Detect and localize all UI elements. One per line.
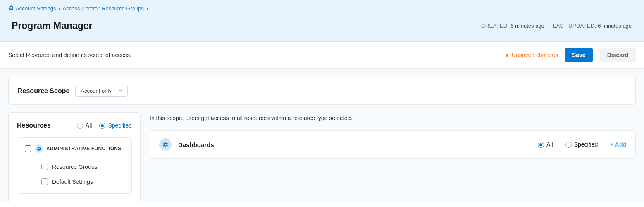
radio-label: Specified <box>574 141 598 148</box>
page-title: Program Manager <box>12 20 93 31</box>
unsaved-label: Unsaved changes <box>512 52 558 58</box>
tree-item-default-settings[interactable]: Default Settings <box>25 174 124 189</box>
meta-created-value: 6 minutes ago <box>510 23 544 29</box>
unsaved-changes-indicator: Unsaved changes <box>506 52 558 58</box>
breadcrumb: Account Settings › Access Control: Resou… <box>8 5 636 12</box>
resources-header: Resources All Specified <box>17 122 132 129</box>
meta-updated-label: LAST UPDATED: <box>553 23 598 29</box>
chevron-down-icon <box>118 88 122 94</box>
tree-group-label: ADMINISTRATIVE FUNCTIONS <box>46 146 122 152</box>
breadcrumb-link-account-settings[interactable]: Account Settings <box>8 5 56 12</box>
resources-filter-radio-group: All Specified <box>77 122 132 129</box>
resource-scope-title: Resource Scope <box>18 87 69 95</box>
radio-icon <box>538 142 544 148</box>
title-row: Program Manager CREATED: 6 minutes ago L… <box>8 20 636 31</box>
radio-icon <box>565 142 572 148</box>
meta-info: CREATED: 6 minutes ago LAST UPDATED: 6 m… <box>477 23 636 29</box>
radio-label: All <box>86 122 92 129</box>
meta-updated: LAST UPDATED: 6 minutes ago <box>549 23 636 29</box>
gear-icon <box>35 144 43 153</box>
tree-item-label: Default Settings <box>52 178 93 185</box>
resources-card: Resources All Specified <box>8 112 141 202</box>
radio-label: Specified <box>108 122 132 129</box>
scope-description: In this scope, users get access to all r… <box>150 115 636 121</box>
gear-icon <box>8 5 14 12</box>
tree-item-resource-groups[interactable]: Resource Groups <box>25 159 124 174</box>
resource-row-right: All Specified + Add <box>538 141 626 148</box>
meta-created-label: CREATED: <box>481 23 510 29</box>
resource-row-dashboards: Dashboards All Specified + Add <box>150 130 636 159</box>
checkbox[interactable] <box>41 164 48 170</box>
breadcrumb-label: Access Control: Resource Groups <box>63 5 144 12</box>
add-button[interactable]: + Add <box>610 141 626 148</box>
header-area: Account Settings › Access Control: Resou… <box>0 0 644 42</box>
tree-group-administrative-functions[interactable]: ADMINISTRATIVE FUNCTIONS <box>25 144 124 153</box>
discard-button[interactable]: Discard <box>600 48 636 62</box>
scope-detail-panel: In this scope, users get access to all r… <box>150 112 636 159</box>
breadcrumb-link-access-control[interactable]: Access Control: Resource Groups <box>63 5 144 12</box>
gear-icon <box>159 138 172 151</box>
resources-title: Resources <box>17 122 51 129</box>
tree-item-label: Resource Groups <box>52 164 98 170</box>
chevron-right-icon: › <box>146 6 148 12</box>
radio-all[interactable]: All <box>538 141 553 148</box>
meta-created: CREATED: 6 minutes ago <box>477 23 549 29</box>
meta-updated-value: 6 minutes ago <box>598 23 632 29</box>
radio-icon <box>77 123 83 129</box>
dot-icon <box>506 54 508 57</box>
resource-scope-select[interactable]: Account only <box>75 85 127 97</box>
radio-label: All <box>546 141 553 148</box>
resource-scope-card: Resource Scope Account only <box>8 77 636 105</box>
checkbox[interactable] <box>41 178 48 185</box>
resources-tree: ADMINISTRATIVE FUNCTIONS Resource Groups… <box>17 137 132 194</box>
lower-grid: Resources All Specified <box>8 112 636 202</box>
breadcrumb-label: Account Settings <box>16 5 56 12</box>
resource-name: Dashboards <box>178 141 214 148</box>
action-bar: Select Resource and define its scope of … <box>0 42 644 69</box>
action-right: Unsaved changes Save Discard <box>506 48 636 62</box>
checkbox[interactable] <box>25 145 31 152</box>
resource-row-left: Dashboards <box>159 138 214 151</box>
scope-select-value: Account only <box>81 88 111 94</box>
radio-specified[interactable]: Specified <box>99 122 132 129</box>
radio-icon <box>99 123 105 129</box>
radio-specified[interactable]: Specified <box>565 141 598 148</box>
chevron-right-icon: › <box>59 6 60 12</box>
radio-all[interactable]: All <box>77 122 92 129</box>
action-description: Select Resource and define its scope of … <box>8 52 131 58</box>
content-area: Resource Scope Account only Resources Al… <box>0 69 644 202</box>
save-button[interactable]: Save <box>565 48 593 62</box>
